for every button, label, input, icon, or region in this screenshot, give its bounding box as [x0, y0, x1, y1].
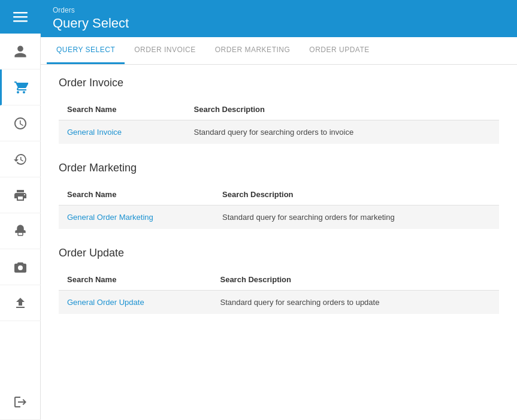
cart-icon [14, 80, 28, 95]
svg-rect-0 [13, 12, 28, 14]
sidebar-item-clock[interactable] [0, 105, 41, 141]
order-update-title: Order Update [59, 247, 499, 259]
table-row: General Order Update Standard query for … [59, 291, 499, 315]
col-search-name-invoice: Search Name [59, 99, 186, 120]
chair-icon [13, 224, 28, 238]
sidebar-item-chair[interactable] [0, 213, 41, 249]
sidebar [0, 0, 41, 420]
order-marketing-title: Order Marketing [59, 162, 499, 174]
col-search-name-marketing: Search Name [59, 184, 214, 206]
marketing-row-name[interactable]: General Order Marketing [59, 206, 214, 229]
tab-order-invoice[interactable]: ORDER INVOICE [125, 37, 205, 64]
sidebar-bottom [0, 384, 41, 420]
clock-icon [13, 116, 28, 131]
camera-icon [13, 260, 28, 274]
col-search-desc-update: Search Description [211, 269, 499, 291]
sidebar-item-user[interactable] [0, 34, 41, 70]
history-icon [13, 152, 28, 167]
menu-button[interactable] [0, 0, 41, 34]
update-row-desc: Standard query for searching orders to u… [211, 291, 499, 315]
page-title: Query Select [53, 16, 505, 31]
content-area: Order Invoice Search Name Search Descrip… [41, 65, 517, 420]
order-update-table: Search Name Search Description General O… [59, 269, 499, 314]
sidebar-item-print[interactable] [0, 177, 41, 213]
order-invoice-title: Order Invoice [59, 77, 499, 89]
print-icon [13, 188, 28, 203]
sidebar-item-history[interactable] [0, 141, 41, 177]
update-row-name[interactable]: General Order Update [59, 291, 211, 315]
order-marketing-table: Search Name Search Description General O… [59, 184, 499, 229]
sidebar-item-camera[interactable] [0, 249, 41, 285]
col-search-desc-invoice: Search Description [186, 99, 499, 120]
marketing-row-desc: Standard query for searching orders for … [214, 206, 499, 229]
main-content: Orders Query Select QUERY SELECT ORDER I… [41, 0, 517, 420]
invoice-row-desc: Standard query for searching orders to i… [186, 120, 499, 144]
sidebar-item-upload[interactable] [0, 285, 41, 321]
page-header: Orders Query Select [41, 0, 517, 37]
col-search-name-update: Search Name [59, 269, 211, 291]
order-marketing-section: Order Marketing Search Name Search Descr… [59, 162, 499, 229]
svg-rect-2 [13, 20, 28, 22]
invoice-row-name[interactable]: General Invoice [59, 120, 186, 144]
sidebar-item-cart[interactable] [0, 70, 41, 105]
person-icon [13, 44, 28, 59]
table-row: General Invoice Standard query for searc… [59, 120, 499, 144]
table-row: General Order Marketing Standard query f… [59, 206, 499, 229]
tab-query-select[interactable]: QUERY SELECT [47, 37, 125, 64]
order-invoice-table: Search Name Search Description General I… [59, 99, 499, 144]
col-search-desc-marketing: Search Description [214, 184, 499, 206]
order-update-section: Order Update Search Name Search Descript… [59, 247, 499, 314]
order-invoice-section: Order Invoice Search Name Search Descrip… [59, 77, 499, 144]
logout-icon [13, 395, 28, 409]
tab-order-update[interactable]: ORDER UPDATE [300, 37, 379, 64]
tab-bar: QUERY SELECT ORDER INVOICE ORDER MARKETI… [41, 37, 517, 65]
upload-icon [13, 296, 28, 310]
svg-rect-1 [13, 16, 28, 18]
breadcrumb: Orders [53, 6, 505, 14]
sidebar-item-logout[interactable] [0, 384, 41, 420]
hamburger-icon [13, 10, 28, 24]
tab-order-marketing[interactable]: ORDER MARKETING [205, 37, 300, 64]
